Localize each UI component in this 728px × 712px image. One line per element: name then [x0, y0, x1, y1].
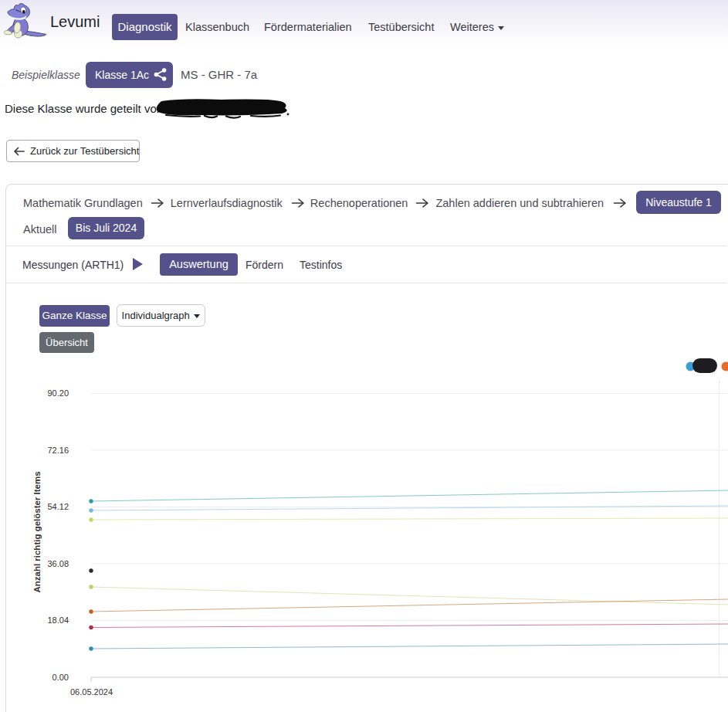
- svg-text:54.12: 54.12: [47, 502, 69, 511]
- svg-text:0.00: 0.00: [52, 673, 69, 682]
- svg-text:90.20: 90.20: [47, 388, 69, 398]
- svg-text:Anzahl richtig gelöster Items: Anzahl richtig gelöster Items: [32, 471, 42, 592]
- svg-text:36.08: 36.08: [47, 559, 69, 568]
- svg-text:18.04: 18.04: [47, 615, 69, 625]
- svg-text:72.16: 72.16: [47, 446, 69, 455]
- svg-text:06.05.2024: 06.05.2024: [70, 687, 113, 697]
